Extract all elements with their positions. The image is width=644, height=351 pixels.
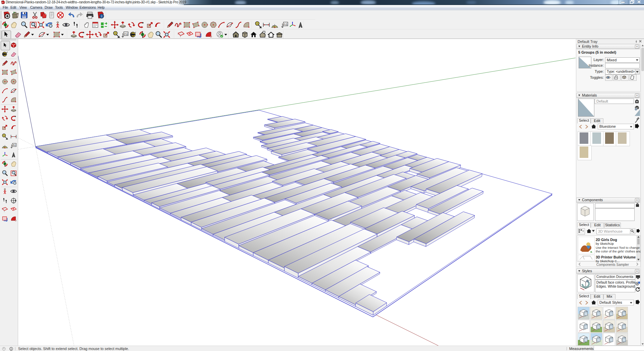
- svg-text:i: i: [101, 14, 102, 18]
- svg-text:A1: A1: [284, 22, 287, 26]
- svg-text:A1: A1: [13, 143, 16, 147]
- svg-text:A1: A1: [124, 32, 128, 36]
